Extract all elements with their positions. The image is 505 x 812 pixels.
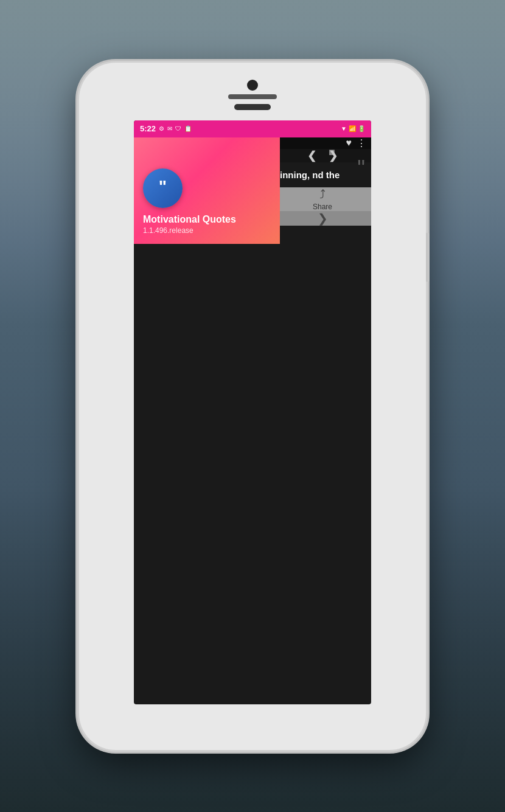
quote-logo-icon: " — [159, 178, 167, 195]
more-options-icon: ⋮ — [357, 137, 366, 149]
status-bar: 5:22 ⚙ ✉ 🛡 📋 ▼ 📶 🔋 — [134, 120, 371, 137]
mail-icon: ✉ — [167, 125, 172, 132]
share-label: Share — [313, 203, 332, 211]
power-button — [426, 233, 430, 282]
shield-status-icon: 🛡 — [175, 125, 181, 132]
prev-quote-button[interactable]: ❮ — [307, 149, 316, 162]
closing-quote-mark: " — [357, 156, 365, 181]
quote-area: inning, nd the " — [274, 162, 371, 187]
phone-shell: 5:22 ⚙ ✉ 🛡 📋 ▼ 📶 🔋 ♥ ⋮ ❮ — [79, 63, 426, 750]
heart-toolbar-icon: ♥ — [346, 137, 352, 148]
app-name: Motivational Quotes — [143, 214, 271, 225]
next-quote-button[interactable]: ❯ — [329, 149, 338, 162]
camera — [247, 80, 258, 91]
app-version: 1.1.496.release — [143, 226, 271, 235]
drawer-header: " Motivational Quotes 1.1.496.release — [134, 137, 280, 244]
quote-text-partial: inning, nd the — [280, 168, 365, 181]
wifi-icon: ▼ — [341, 125, 347, 132]
speaker-top — [228, 94, 277, 99]
quote-navigation: ❮ ❯ — [274, 149, 371, 162]
share-button[interactable]: ⤴ Share — [274, 187, 371, 211]
status-right-icons: ▼ 📶 🔋 — [341, 125, 365, 132]
clipboard-icon: 📋 — [184, 125, 192, 132]
next-arrow-icon: ❯ — [318, 211, 328, 226]
gear-icon: ⚙ — [159, 125, 164, 132]
battery-icon: 🔋 — [358, 125, 365, 132]
app-toolbar: ♥ ⋮ — [274, 137, 371, 149]
app-logo: " — [143, 168, 183, 208]
phone-screen: 5:22 ⚙ ✉ 🛡 📋 ▼ 📶 🔋 ♥ ⋮ ❮ — [134, 120, 371, 704]
next-button[interactable]: ❯ — [274, 211, 371, 226]
status-time: 5:22 — [140, 124, 156, 133]
signal-icon: 📶 — [349, 125, 356, 132]
earpiece — [234, 104, 271, 110]
